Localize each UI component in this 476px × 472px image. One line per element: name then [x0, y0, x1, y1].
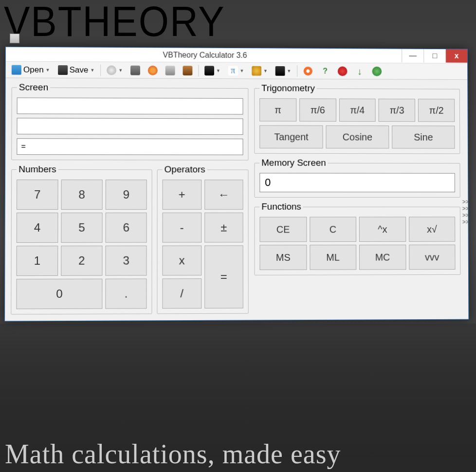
chevron-down-icon: ▼	[90, 68, 94, 73]
trig-pi6[interactable]: π/6	[299, 98, 336, 122]
functions-group: Functions CE C ^x x√ MS ML MC vvv	[254, 201, 460, 275]
expand-icon[interactable]: >>	[462, 218, 469, 225]
chevron-down-icon: ▼	[46, 67, 50, 72]
op-multiply[interactable]: x	[163, 245, 201, 275]
app-icon	[10, 34, 19, 43]
expand-icon[interactable]: >>	[462, 212, 469, 219]
app-window: VBTheory Calculator 3.6 — □ x Open ▼ Sav…	[4, 47, 469, 322]
screen-legend: Screen	[17, 82, 51, 93]
trig-pi3[interactable]: π/3	[379, 99, 415, 122]
num-3[interactable]: 3	[106, 246, 147, 276]
func-pow[interactable]: ^x	[359, 217, 406, 242]
chip-button[interactable]: ▼	[273, 65, 294, 76]
bug-icon	[338, 66, 348, 76]
book-button[interactable]	[180, 65, 196, 76]
trig-legend: Trigonometry	[259, 83, 317, 93]
question-icon: ?	[320, 66, 330, 76]
num-1[interactable]: 1	[17, 246, 58, 276]
func-mc[interactable]: MC	[359, 245, 406, 270]
db-button[interactable]: ▼	[201, 65, 223, 76]
tagline: Math calculations, made easy	[5, 438, 341, 470]
chip-icon	[275, 66, 285, 75]
open-button[interactable]: Open ▼	[9, 64, 53, 75]
ruler-button[interactable]	[163, 64, 178, 76]
help-button[interactable]	[300, 65, 316, 77]
num-2[interactable]: 2	[61, 246, 102, 276]
ruler-icon	[165, 65, 175, 75]
num-5[interactable]: 5	[61, 213, 102, 243]
op-divide[interactable]: /	[163, 278, 201, 309]
func-ms[interactable]: MS	[259, 245, 307, 270]
numbers-group: Numbers 7 8 9 4 5 6 1 2 3 0 .	[11, 164, 152, 314]
num-0[interactable]: 0	[16, 279, 102, 309]
trig-tangent[interactable]: Tangent	[259, 125, 323, 148]
toolbar: Open ▼ Save ▼ ▼ ▼ π▼ ▼ ▼ ? ↓	[6, 62, 468, 80]
op-minus[interactable]: -	[163, 213, 201, 243]
maximize-button[interactable]: □	[423, 49, 445, 63]
trig-sine[interactable]: Sine	[392, 126, 455, 149]
screen-result[interactable]	[17, 138, 243, 155]
trig-group: Trigonometry π π/6 π/4 π/3 π/2 Tangent C…	[254, 83, 460, 154]
num-6[interactable]: 6	[106, 213, 147, 243]
screen-group: Screen	[11, 82, 248, 160]
open-icon	[12, 65, 21, 74]
num-7[interactable]: 7	[17, 180, 58, 210]
num-8[interactable]: 8	[61, 180, 102, 210]
functions-legend: Functions	[259, 201, 303, 212]
memory-input[interactable]	[259, 173, 455, 192]
pi-button[interactable]: π▼	[225, 65, 247, 76]
pi-icon: π	[228, 66, 238, 75]
book-icon	[183, 66, 193, 75]
op-plus[interactable]: +	[163, 180, 201, 210]
func-ml[interactable]: ML	[310, 245, 356, 270]
titlebar: VBTheory Calculator 3.6 — □ x	[6, 47, 467, 64]
func-vvv[interactable]: vvv	[409, 245, 456, 270]
trig-pi4[interactable]: π/4	[339, 99, 376, 122]
database-icon	[204, 66, 214, 75]
bug-button[interactable]	[335, 65, 350, 77]
numbers-legend: Numbers	[17, 164, 58, 175]
screen-input-1[interactable]	[17, 97, 243, 114]
download-button[interactable]: ↓	[352, 65, 367, 77]
num-9[interactable]: 9	[106, 180, 147, 210]
op-plusminus[interactable]: ±	[204, 213, 243, 243]
op-equals[interactable]: =	[204, 245, 243, 309]
search-button[interactable]: ▼	[104, 64, 126, 76]
memory-legend: Memory Screen	[259, 158, 328, 168]
memory-group: Memory Screen	[254, 158, 460, 198]
save-label: Save	[70, 65, 89, 75]
ball-button[interactable]	[145, 64, 161, 76]
lifebuoy-icon	[303, 66, 313, 76]
expand-arrows[interactable]: >> >> >> >>	[462, 199, 469, 225]
expand-icon[interactable]: >>	[462, 199, 469, 205]
trig-pi2[interactable]: π/2	[418, 99, 455, 122]
save-button[interactable]: Save ▼	[55, 64, 98, 76]
minimize-button[interactable]: —	[402, 49, 423, 63]
func-c[interactable]: C	[310, 217, 356, 242]
trig-cosine[interactable]: Cosine	[326, 126, 389, 149]
wrench-icon	[130, 65, 140, 75]
move-button[interactable]: ▼	[249, 65, 270, 76]
num-dot[interactable]: .	[105, 278, 146, 309]
globe-icon	[372, 66, 382, 76]
operators-group: Operators + ← - ± x = /	[157, 164, 249, 314]
web-button[interactable]	[369, 65, 384, 77]
ball-icon	[148, 65, 158, 75]
download-icon: ↓	[355, 66, 365, 76]
move-icon	[252, 66, 261, 75]
open-label: Open	[23, 65, 44, 74]
save-icon	[58, 65, 68, 75]
func-root[interactable]: x√	[409, 217, 456, 241]
trig-pi[interactable]: π	[259, 98, 296, 122]
tools-button[interactable]	[128, 64, 143, 76]
close-button[interactable]: x	[445, 49, 467, 63]
operators-legend: Operators	[163, 164, 207, 175]
question-button[interactable]: ?	[317, 65, 333, 77]
func-ce[interactable]: CE	[259, 217, 307, 242]
window-title: VBTheory Calculator 3.6	[6, 50, 402, 60]
op-backspace[interactable]: ←	[204, 180, 243, 210]
search-icon	[107, 65, 116, 75]
screen-input-2[interactable]	[17, 118, 243, 135]
num-4[interactable]: 4	[17, 213, 58, 243]
expand-icon[interactable]: >>	[462, 205, 469, 212]
